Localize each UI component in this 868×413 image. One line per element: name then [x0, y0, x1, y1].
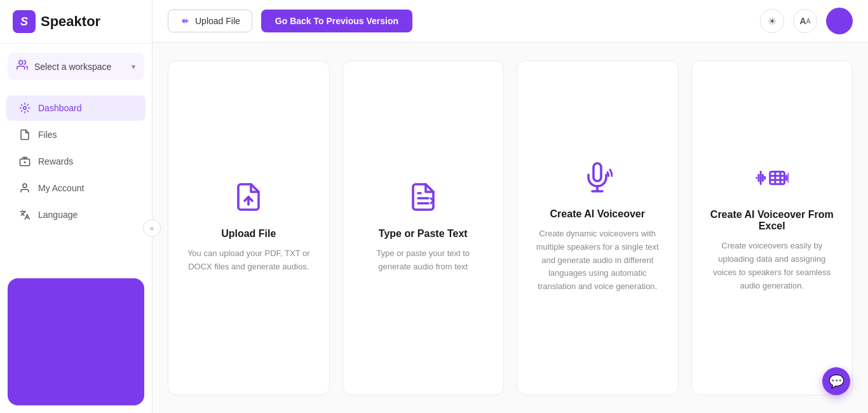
translate-icon: A [800, 16, 806, 26]
upload-file-card-title: Upload File [221, 228, 276, 240]
ai-voiceover-card-icon [582, 162, 613, 197]
type-paste-card-desc: Type or paste your text to generate audi… [360, 247, 487, 274]
files-label: Files [38, 130, 57, 140]
dashboard-icon [19, 102, 31, 114]
chevron-down-icon: ▾ [132, 62, 135, 71]
topbar-right: ☀ A A [760, 8, 853, 34]
workspace-label: Select a workspace [34, 62, 125, 72]
card-ai-voiceover-excel[interactable]: Create AI Voiceover From Excel Create vo… [691, 60, 853, 395]
chat-support-button[interactable]: 💬 [822, 367, 850, 395]
topbar: Upload File Go Back To Previous Version … [153, 0, 868, 43]
svg-point-5 [23, 184, 27, 187]
go-back-button[interactable]: Go Back To Previous Version [261, 10, 412, 32]
svg-rect-19 [770, 172, 785, 185]
card-type-paste[interactable]: Type or Paste Text Type or paste your te… [342, 60, 505, 395]
dashboard-label: Dashboard [38, 103, 82, 113]
sidebar-item-files[interactable]: Files [6, 122, 146, 147]
nav-section: Dashboard Files Rewards My [0, 89, 152, 271]
waveform-icon [180, 16, 190, 26]
logo-letter: S [20, 15, 28, 29]
theme-toggle-button[interactable]: ☀ [760, 9, 784, 33]
rewards-label: Rewards [38, 156, 73, 166]
svg-point-0 [19, 60, 23, 64]
translate-button[interactable]: A A [793, 9, 817, 33]
user-avatar[interactable] [826, 8, 853, 34]
type-paste-card-title: Type or Paste Text [379, 228, 468, 240]
chat-icon: 💬 [829, 374, 844, 389]
upload-file-card-icon [233, 182, 264, 217]
translate-sub-icon: A [806, 18, 811, 25]
ai-voiceover-card-desc: Create dynamic voiceovers with multiple … [534, 227, 661, 294]
ai-voiceover-excel-card-desc: Create voiceovers easily by uploading da… [709, 240, 836, 292]
sidebar: S Speaktor Select a workspace ▾ Dashboar… [0, 0, 153, 413]
account-banner [8, 278, 144, 405]
sidebar-item-rewards[interactable]: Rewards [6, 149, 146, 174]
sidebar-item-language[interactable]: Language [6, 202, 146, 227]
sidebar-item-my-account[interactable]: My Account [6, 175, 146, 201]
rewards-icon [19, 156, 31, 167]
logo-icon: S [13, 10, 36, 33]
workspace-icon [17, 59, 28, 74]
sidebar-item-dashboard[interactable]: Dashboard [6, 95, 146, 121]
my-account-label: My Account [38, 183, 84, 193]
logo-area: S Speaktor [0, 0, 152, 44]
workspace-selector[interactable]: Select a workspace ▾ [8, 53, 144, 80]
upload-file-card-desc: You can upload your PDF, TXT or DOCX fil… [185, 247, 312, 274]
card-upload-file[interactable]: Upload File You can upload your PDF, TXT… [168, 60, 330, 395]
card-ai-voiceover[interactable]: Create AI Voiceover Create dynamic voice… [517, 60, 679, 395]
upload-button-label: Upload File [195, 16, 240, 26]
ai-voiceover-card-title: Create AI Voiceover [550, 208, 645, 220]
collapse-sidebar-button[interactable]: « [143, 219, 161, 237]
language-icon [19, 209, 31, 220]
type-paste-card-icon [408, 182, 438, 217]
my-account-icon [19, 182, 31, 194]
sun-icon: ☀ [768, 15, 776, 27]
app-name: Speaktor [41, 13, 100, 30]
main-content: Upload File Go Back To Previous Version … [153, 0, 868, 413]
svg-point-1 [24, 107, 27, 110]
cards-area: Upload File You can upload your PDF, TXT… [153, 43, 868, 413]
language-label: Language [38, 210, 78, 220]
ai-voiceover-excel-card-icon [756, 163, 789, 198]
ai-voiceover-excel-card-title: Create AI Voiceover From Excel [707, 209, 837, 232]
collapse-icon: « [150, 224, 154, 232]
topbar-left: Upload File Go Back To Previous Version [168, 10, 412, 32]
upload-file-button[interactable]: Upload File [168, 10, 252, 32]
files-icon [19, 129, 31, 140]
